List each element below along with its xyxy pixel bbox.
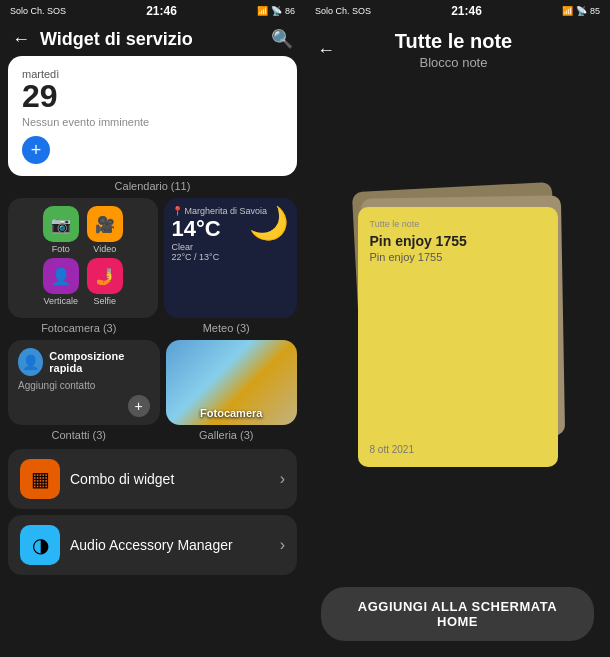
combo-list-item[interactable]: ▦ Combo di widget › xyxy=(8,449,297,509)
contacts-subtitle: Aggiungi contatto xyxy=(18,380,150,391)
camera-weather-row: 📷 Foto 🎥 Video 👤 Verticale 🤳 xyxy=(8,198,297,318)
front-label: Tutte le note xyxy=(370,219,546,229)
contacts-widget-label: Contatti (3) xyxy=(8,429,150,441)
right-status-bar: Solo Ch. SOS 21:46 📶 📡 85 xyxy=(305,0,610,22)
notes-preview: Tutte le note Pin enjoy 1755 Pin enjoy 1… xyxy=(305,82,610,571)
camera-icons-row: 📷 Foto 🎥 Video xyxy=(16,206,150,254)
combo-label: Combo di widget xyxy=(70,471,270,487)
right-panel: Solo Ch. SOS 21:46 📶 📡 85 ← Tutte le not… xyxy=(305,0,610,657)
calendar-add-button[interactable]: + xyxy=(22,136,50,164)
camera-widget-label: Fotocamera (3) xyxy=(8,322,150,334)
left-status-bar: Solo Ch. SOS 21:46 📶 📡 86 xyxy=(0,0,305,22)
calendar-label: Calendario (11) xyxy=(8,180,297,192)
weather-widget-label: Meteo (3) xyxy=(156,322,298,334)
selfie-label: Selfie xyxy=(93,296,116,306)
video-app[interactable]: 🎥 Video xyxy=(87,206,123,254)
contacts-title: Composizione rapida xyxy=(49,350,149,374)
weather-widget[interactable]: 📍 Margherita di Savoia 14°C Clear 22°C /… xyxy=(164,198,298,318)
contacts-plus-row: + xyxy=(18,395,150,417)
grid-labels-row-2: Contatti (3) Galleria (3) xyxy=(8,429,297,441)
scroll-area: martedì 29 Nessun evento imminente + Cal… xyxy=(0,56,305,657)
wifi-icon: 📡 xyxy=(271,6,282,16)
note-title-area: Tutte le note Blocco note xyxy=(335,26,572,74)
weather-moon-icon: 🌙 xyxy=(249,204,289,242)
right-wifi-icon: 📡 xyxy=(576,6,587,16)
note-main-title: Tutte le note xyxy=(335,30,572,53)
verticale-app[interactable]: 👤 Verticale xyxy=(43,258,79,306)
verticale-label: Verticale xyxy=(43,296,78,306)
right-status-carrier: Solo Ch. SOS xyxy=(315,6,371,16)
left-panel: Solo Ch. SOS 21:46 📶 📡 86 ← Widget di se… xyxy=(0,0,305,657)
gallery-overlay-label: Fotocamera xyxy=(166,407,298,419)
left-status-carrier: Solo Ch. SOS xyxy=(10,6,66,16)
grid-labels-row: Fotocamera (3) Meteo (3) xyxy=(8,322,297,334)
contacts-gallery-row: 👤 Composizione rapida Aggiungi contatto … xyxy=(8,340,297,425)
contacts-add-button[interactable]: + xyxy=(128,395,150,417)
selfie-app[interactable]: 🤳 Selfie xyxy=(87,258,123,306)
page-title: Widget di servizio xyxy=(40,29,261,50)
left-status-time: 21:46 xyxy=(146,4,177,18)
weather-condition: Clear xyxy=(172,242,290,252)
note-card-front[interactable]: Tutte le note Pin enjoy 1755 Pin enjoy 1… xyxy=(358,207,558,467)
calendar-event: Nessun evento imminente xyxy=(22,116,283,128)
selfie-icon: 🤳 xyxy=(87,258,123,294)
foto-label: Foto xyxy=(52,244,70,254)
weather-column: 📍 Margherita di Savoia 14°C Clear 22°C /… xyxy=(164,198,298,318)
combo-icon: ▦ xyxy=(20,459,60,499)
note-subtitle: Blocco note xyxy=(335,55,572,70)
gallery-widget[interactable]: Fotocamera xyxy=(166,340,298,425)
calendar-date: 29 xyxy=(22,80,283,112)
camera-widget[interactable]: 📷 Foto 🎥 Video 👤 Verticale 🤳 xyxy=(8,198,158,318)
audio-icon: ◑ xyxy=(20,525,60,565)
weather-range: 22°C / 13°C xyxy=(172,252,290,262)
note-stack: Tutte le note Pin enjoy 1755 Pin enjoy 1… xyxy=(358,187,558,467)
combo-chevron-icon: › xyxy=(280,470,285,488)
calendar-day: martedì xyxy=(22,68,283,80)
camera-icons-row-2: 👤 Verticale 🤳 Selfie xyxy=(16,258,150,306)
calendar-widget[interactable]: martedì 29 Nessun evento imminente + xyxy=(8,56,297,176)
right-signal-icon: 📶 xyxy=(562,6,573,16)
left-status-icons: 📶 📡 86 xyxy=(257,6,295,16)
video-label: Video xyxy=(93,244,116,254)
battery-icon: 86 xyxy=(285,6,295,16)
front-title: Pin enjoy 1755 xyxy=(370,233,546,249)
add-home-button[interactable]: AGGIUNGI ALLA SCHERMATA HOME xyxy=(321,587,594,641)
audio-list-item[interactable]: ◑ Audio Accessory Manager › xyxy=(8,515,297,575)
audio-chevron-icon: › xyxy=(280,536,285,554)
signal-icon: 📶 xyxy=(257,6,268,16)
foto-app[interactable]: 📷 Foto xyxy=(43,206,79,254)
right-status-icons: 📶 📡 85 xyxy=(562,6,600,16)
search-button[interactable]: 🔍 xyxy=(271,28,293,50)
right-status-time: 21:46 xyxy=(451,4,482,18)
right-back-button[interactable]: ← xyxy=(317,40,335,61)
front-body: Pin enjoy 1755 xyxy=(370,251,546,263)
contacts-widget[interactable]: 👤 Composizione rapida Aggiungi contatto … xyxy=(8,340,160,425)
back-button[interactable]: ← xyxy=(12,29,30,50)
contacts-icon: 👤 xyxy=(18,348,43,376)
right-header: ← Tutte le note Blocco note xyxy=(305,22,610,82)
location-icon: 📍 xyxy=(172,206,183,216)
verticale-icon: 👤 xyxy=(43,258,79,294)
foto-icon: 📷 xyxy=(43,206,79,242)
contacts-icon-row: 👤 Composizione rapida xyxy=(18,348,150,376)
left-header: ← Widget di servizio 🔍 xyxy=(0,22,305,56)
gallery-widget-label: Galleria (3) xyxy=(156,429,298,441)
audio-label: Audio Accessory Manager xyxy=(70,537,270,553)
bottom-button-area: AGGIUNGI ALLA SCHERMATA HOME xyxy=(305,571,610,657)
front-date: 8 ott 2021 xyxy=(370,444,414,455)
right-battery-icon: 85 xyxy=(590,6,600,16)
video-icon: 🎥 xyxy=(87,206,123,242)
